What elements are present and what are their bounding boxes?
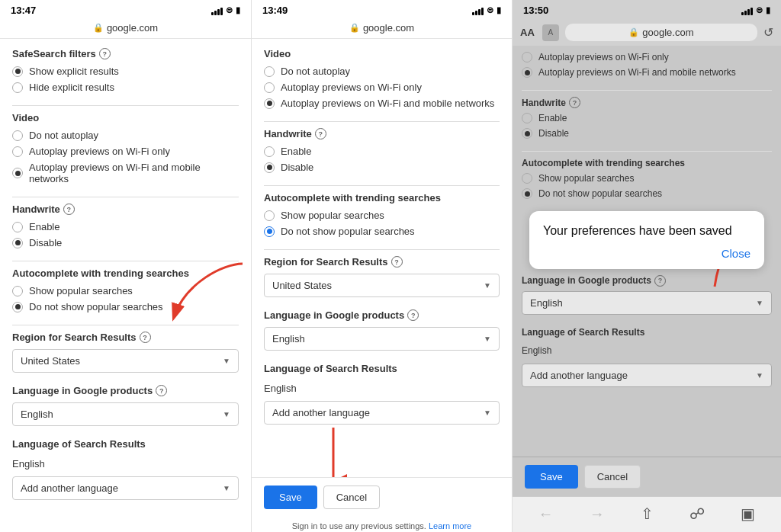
p2-radio-video-1[interactable] — [264, 82, 275, 93]
forward-button[interactable]: → — [583, 504, 611, 524]
autocomplete-title-2: Autocomplete with trending searches — [264, 192, 500, 204]
chevron-add-lang-2: ▼ — [484, 409, 491, 417]
share-button[interactable]: ⇧ — [635, 503, 660, 524]
section-lang-search-1: Language of Search Results English Add a… — [12, 438, 239, 500]
p3-autoplay-1[interactable]: Autoplay previews on Wi-Fi and mobile ne… — [522, 67, 772, 78]
p3-radio-handwrite-1[interactable] — [522, 128, 532, 139]
handwrite-option-1[interactable]: Disable — [12, 237, 239, 248]
aa-button[interactable]: AA — [520, 27, 535, 38]
lang-products-dropdown-1[interactable]: English ▼ — [12, 402, 239, 426]
p3-radio-autoplay-1[interactable] — [522, 67, 532, 78]
region-title-2: Region for Search Results ? — [264, 256, 500, 268]
video-option-1[interactable]: Autoplay previews on Wi-Fi only — [12, 146, 239, 157]
autocomplete-option-1[interactable]: Do not show popular searches — [12, 301, 239, 312]
p2-autocomplete-option-1[interactable]: Do not show popular searches — [264, 226, 500, 237]
region-dropdown-2[interactable]: United States ▼ — [264, 274, 500, 297]
popup-close-button[interactable]: Close — [543, 247, 750, 260]
back-button[interactable]: ← — [532, 504, 560, 524]
autocomplete-title-1: Autocomplete with trending searches — [12, 268, 239, 279]
p3-autocomplete-1[interactable]: Do not show popular searches — [522, 188, 772, 199]
cancel-button-3[interactable]: Cancel — [584, 465, 641, 489]
radio-safesearch-1[interactable] — [12, 82, 23, 93]
save-button-2[interactable]: Save — [264, 486, 317, 509]
p2-radio-autocomplete-0[interactable] — [264, 210, 275, 221]
radio-handwrite-0[interactable] — [12, 222, 23, 232]
p3-radio-autocomplete-0[interactable] — [522, 173, 532, 184]
p3-handwrite-1[interactable]: Disable — [522, 128, 772, 139]
panel3-topbar: AA A 🔒 google.com ↺ — [513, 19, 781, 46]
learn-more-link[interactable]: Learn more — [429, 521, 471, 530]
bookmarks-button[interactable]: ☍ — [683, 503, 711, 524]
p2-radio-handwrite-0[interactable] — [264, 146, 275, 157]
status-icons-3: ⊜ ▮ — [741, 5, 770, 15]
safesearch-option-0[interactable]: Show explicit results — [12, 66, 239, 77]
lang-search-value-3: English — [522, 342, 772, 359]
p2-radio-video-2[interactable] — [264, 98, 275, 109]
video-option-0[interactable]: Do not autoplay — [12, 130, 239, 141]
address-bar-1: 🔒 google.com — [0, 19, 251, 38]
p2-handwrite-option-1[interactable]: Disable — [264, 162, 500, 173]
handwrite-option-0[interactable]: Enable — [12, 221, 239, 232]
scroll-content-2: Video Do not autoplay Autoplay previews … — [252, 39, 512, 477]
p2-video-option-1[interactable]: Autoplay previews on Wi-Fi only — [264, 82, 500, 93]
lang-products-dropdown-2[interactable]: English ▼ — [264, 327, 500, 351]
p2-video-option-2[interactable]: Autoplay previews on Wi-Fi and mobile ne… — [264, 98, 500, 109]
add-language-dropdown-3[interactable]: Add another language ▼ — [522, 364, 772, 387]
radio-safesearch-0[interactable] — [12, 66, 23, 77]
url-box-3[interactable]: 🔒 google.com — [565, 24, 757, 41]
time-3: 13:50 — [523, 5, 548, 16]
add-language-dropdown-1[interactable]: Add another language ▼ — [12, 476, 239, 500]
p2-radio-video-0[interactable] — [264, 66, 275, 77]
section-autocomplete-1: Autocomplete with trending searches Show… — [12, 268, 239, 312]
translate-icon[interactable]: A — [542, 24, 559, 41]
handwrite-help-icon-2[interactable]: ? — [315, 128, 326, 139]
add-language-dropdown-2[interactable]: Add another language ▼ — [264, 401, 500, 425]
p2-radio-handwrite-1[interactable] — [264, 162, 275, 173]
address-bar-2: 🔒 google.com — [252, 19, 512, 38]
radio-video-0[interactable] — [12, 130, 23, 141]
p3-radio-autocomplete-1[interactable] — [522, 188, 532, 199]
battery-icon-3: ▮ — [766, 5, 770, 15]
p2-radio-autocomplete-1[interactable] — [264, 226, 275, 237]
video-option-2[interactable]: Autoplay previews on Wi-Fi and mobile ne… — [12, 162, 239, 184]
radio-video-1[interactable] — [12, 146, 23, 157]
p2-autocomplete-option-0[interactable]: Show popular searches — [264, 210, 500, 221]
wifi-icon: ⊜ — [226, 5, 233, 15]
autocomplete-option-0[interactable]: Show popular searches — [12, 285, 239, 296]
p2-video-option-0[interactable]: Do not autoplay — [264, 66, 500, 77]
chevron-lang-3: ▼ — [756, 299, 763, 307]
p3-autoplay-0[interactable]: Autoplay previews on Wi-Fi only — [522, 52, 772, 62]
reload-button[interactable]: ↺ — [763, 25, 773, 40]
radio-autocomplete-0[interactable] — [12, 286, 23, 296]
p3-radio-autoplay-0[interactable] — [522, 52, 532, 62]
p3-handwrite-0[interactable]: Enable — [522, 113, 772, 123]
radio-handwrite-1[interactable] — [12, 238, 23, 248]
lang-search-title-2: Language of Search Results — [264, 363, 500, 374]
cancel-button-2[interactable]: Cancel — [323, 486, 380, 509]
signal-bars-1 — [211, 6, 223, 15]
lang-products-help-3[interactable]: ? — [654, 275, 666, 287]
safesearch-help-icon[interactable]: ? — [99, 48, 111, 59]
scroll-content-3: Autoplay previews on Wi-Fi only Autoplay… — [513, 46, 781, 457]
region-dropdown-1[interactable]: United States ▼ — [12, 349, 239, 373]
radio-autocomplete-1[interactable] — [12, 302, 23, 312]
signal-bars-2 — [472, 6, 484, 15]
status-bar-1: 13:47 ⊜ ▮ — [0, 0, 251, 19]
region-help-icon[interactable]: ? — [140, 332, 151, 343]
section-autoplay-3: Autoplay previews on Wi-Fi only Autoplay… — [522, 52, 772, 78]
lock-icon-1: 🔒 — [93, 23, 104, 33]
p3-radio-handwrite-0[interactable] — [522, 113, 532, 123]
handwrite-help-3[interactable]: ? — [569, 97, 580, 108]
lang-products-dropdown-3[interactable]: English ▼ — [522, 291, 772, 315]
lang-products-help-1[interactable]: ? — [156, 385, 167, 396]
save-button-3[interactable]: Save — [525, 465, 578, 489]
tabs-button[interactable]: ▣ — [734, 503, 761, 524]
radio-video-2[interactable] — [12, 168, 23, 178]
p3-autocomplete-0[interactable]: Show popular searches — [522, 173, 772, 184]
safesearch-option-1[interactable]: Hide explicit results — [12, 82, 239, 93]
p2-handwrite-option-0[interactable]: Enable — [264, 146, 500, 157]
lang-products-help-2[interactable]: ? — [407, 309, 419, 321]
section-region-2: Region for Search Results ? United State… — [264, 256, 500, 297]
region-help-2[interactable]: ? — [391, 256, 403, 268]
handwrite-help-icon[interactable]: ? — [63, 204, 75, 215]
